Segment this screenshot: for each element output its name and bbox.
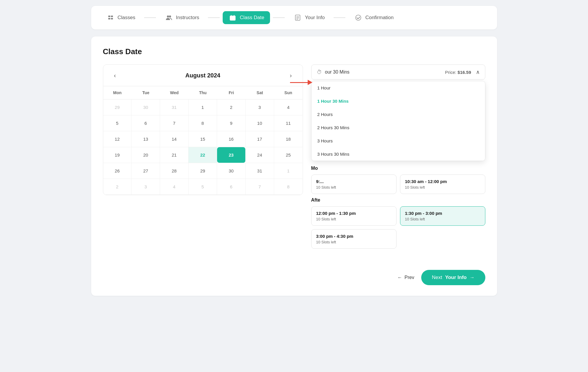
step-confirmation-label: Confirmation	[365, 15, 394, 21]
duration-option-2hours[interactable]: 2 Hours	[312, 108, 485, 121]
afternoon-slot-1[interactable]: 12:00 pm - 1:30 pm 10 Slots left	[311, 206, 397, 226]
instructors-icon	[165, 14, 173, 22]
step-instructors[interactable]: Instructors	[159, 11, 205, 24]
cal-cell[interactable]: 18	[274, 131, 303, 147]
step-confirmation[interactable]: Confirmation	[348, 11, 399, 24]
cal-cell[interactable]: 5	[189, 179, 217, 195]
afternoon-slot-3[interactable]: 3:00 pm - 4:30 pm 10 Slots left	[311, 229, 397, 249]
cal-cell[interactable]: 8	[189, 115, 217, 131]
prev-arrow-icon: ←	[397, 275, 402, 280]
confirmation-icon	[354, 14, 362, 22]
step-class-date[interactable]: Class Date	[223, 11, 270, 24]
svg-rect-9	[231, 18, 232, 19]
cal-cell[interactable]: 20	[131, 147, 160, 163]
bottom-bar: ← Prev Next Your Info →	[103, 264, 485, 285]
morning-slot-2[interactable]: 10:30 am - 12:00 pm 10 Slots left	[400, 175, 485, 194]
cal-cell-22[interactable]: 22	[189, 147, 217, 163]
step-your-info-label: Your Info	[305, 15, 324, 21]
cal-cell[interactable]: 5	[103, 115, 132, 131]
cal-cell[interactable]: 6	[131, 115, 160, 131]
calendar-grid: Mon Tue Wed Thu Fri Sat Sun 29 30 31 1 2…	[103, 86, 303, 195]
afternoon-slot-2[interactable]: 1:30 pm - 3:00 pm 10 Slots left	[400, 206, 485, 226]
svg-rect-7	[231, 15, 231, 16]
cal-cell[interactable]: 14	[160, 131, 189, 147]
svg-point-4	[167, 16, 169, 18]
section-title: Class Date	[103, 47, 485, 56]
afternoon-slots-row-1: 12:00 pm - 1:30 pm 10 Slots left 1:30 pm…	[311, 206, 485, 226]
cal-cell[interactable]: 3	[131, 179, 160, 195]
morning-slot-1-slots: 10 Slots left	[316, 185, 392, 190]
cal-cell[interactable]: 25	[274, 147, 303, 163]
cal-cell[interactable]: 30	[131, 99, 160, 115]
cal-cell[interactable]: 1	[274, 163, 303, 179]
cal-cell[interactable]: 29	[103, 99, 132, 115]
duration-option-2h30m[interactable]: 2 Hours 30 Mins	[312, 121, 485, 134]
day-header-fri: Fri	[217, 86, 246, 99]
prev-button[interactable]: ← Prev	[397, 275, 414, 280]
afternoon-slot-3-slots: 10 Slots left	[316, 240, 392, 244]
cal-cell[interactable]: 27	[131, 163, 160, 179]
afternoon-slot-3-time: 3:00 pm - 4:30 pm	[316, 234, 392, 239]
cal-cell[interactable]: 8	[274, 179, 303, 195]
cal-cell[interactable]: 21	[160, 147, 189, 163]
cal-cell[interactable]: 3	[246, 99, 274, 115]
cal-cell[interactable]: 31	[160, 99, 189, 115]
cal-cell[interactable]: 12	[103, 131, 132, 147]
duration-option-3hours[interactable]: 3 Hours	[312, 134, 485, 147]
cal-cell[interactable]: 17	[246, 131, 274, 147]
step-your-info[interactable]: Your Info	[288, 11, 330, 24]
cal-cell[interactable]: 31	[246, 163, 274, 179]
price-label: Price: $16.59	[445, 70, 471, 75]
cal-cell-23-selected[interactable]: 23	[217, 147, 246, 163]
cal-cell[interactable]: 11	[274, 115, 303, 131]
cal-cell[interactable]: 13	[131, 131, 160, 147]
step-class-date-label: Class Date	[240, 15, 264, 21]
morning-slots-row: 9:... 10 Slots left 10:30 am - 12:00 pm …	[311, 175, 485, 194]
cal-cell[interactable]: 28	[160, 163, 189, 179]
day-header-sat: Sat	[246, 86, 274, 99]
cal-cell[interactable]: 4	[274, 99, 303, 115]
content-row: ‹ August 2024 › Mon Tue Wed Thu Fri Sat …	[103, 64, 485, 252]
cal-cell[interactable]: 1	[189, 99, 217, 115]
main-card: Class Date ‹ August 2024 › Mon Tue Wed T…	[91, 36, 497, 296]
cal-cell[interactable]: 19	[103, 147, 132, 163]
cal-cell[interactable]: 16	[217, 131, 246, 147]
cal-cell[interactable]: 4	[160, 179, 189, 195]
cal-cell[interactable]: 6	[217, 179, 246, 195]
step-divider-1	[144, 17, 156, 18]
cal-cell[interactable]: 26	[103, 163, 132, 179]
duration-option-1h30m[interactable]: 1 Hour 30 Mins	[312, 94, 485, 108]
cal-cell[interactable]: 10	[246, 115, 274, 131]
svg-rect-1	[111, 16, 113, 17]
step-divider-4	[334, 17, 345, 18]
timeslots-section: Mo 9:... 10 Slots left 10:30 am - 12:00 …	[311, 166, 485, 249]
duration-selector[interactable]: ⏱ our 30 Mins Price: $16.59 ∧	[311, 64, 485, 80]
cal-cell[interactable]: 7	[160, 115, 189, 131]
next-month-button[interactable]: ›	[286, 71, 296, 80]
cal-cell[interactable]: 24	[246, 147, 274, 163]
cal-cell[interactable]: 9	[217, 115, 246, 131]
prev-month-button[interactable]: ‹	[110, 71, 120, 80]
cal-cell[interactable]: 15	[189, 131, 217, 147]
duration-left: ⏱ our 30 Mins	[317, 69, 350, 75]
afternoon-slot-1-time: 12:00 pm - 1:30 pm	[316, 211, 392, 216]
morning-slot-1[interactable]: 9:... 10 Slots left	[311, 175, 397, 194]
classes-icon	[106, 14, 115, 22]
cal-cell[interactable]: 7	[246, 179, 274, 195]
cal-cell[interactable]: 2	[217, 99, 246, 115]
duration-option-3h30m[interactable]: 3 Hours 30 Mins	[312, 147, 485, 161]
afternoon-slot-2-time: 1:30 pm - 3:00 pm	[405, 211, 480, 216]
time-panel: ⏱ our 30 Mins Price: $16.59 ∧ 1 Hour 1 H…	[311, 64, 485, 252]
next-button[interactable]: Next Your Info →	[421, 270, 485, 285]
svg-point-5	[169, 16, 171, 18]
duration-option-1hour[interactable]: 1 Hour	[312, 81, 485, 94]
day-header-sun: Sun	[274, 86, 303, 99]
cal-cell[interactable]: 29	[189, 163, 217, 179]
cal-cell[interactable]: 30	[217, 163, 246, 179]
duration-dropdown: 1 Hour 1 Hour 30 Mins 2 Hours 2 Hours 30…	[311, 81, 485, 161]
arrow-line	[290, 82, 308, 83]
step-classes[interactable]: Classes	[101, 11, 141, 24]
next-arrow-icon: →	[470, 275, 475, 280]
cal-cell[interactable]: 2	[103, 179, 132, 195]
svg-rect-12	[356, 15, 361, 20]
